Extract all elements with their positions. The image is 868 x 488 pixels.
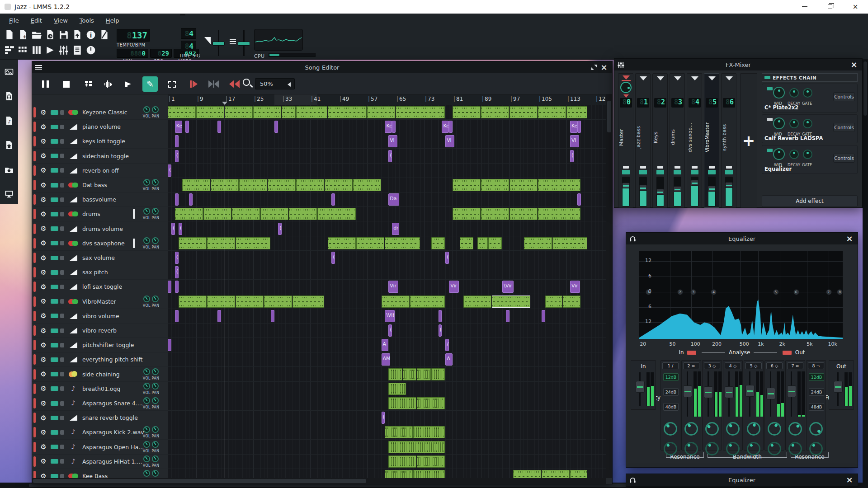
- automation-pattern[interactable]: Ke: [442, 121, 449, 133]
- track-header-side-chaining[interactable]: ⚙side chainingVOL PAN: [32, 367, 168, 381]
- automation-editor-toggle-icon[interactable]: [44, 44, 56, 56]
- channel-led[interactable]: [726, 166, 732, 169]
- track-header-asparagus-open-ha-[interactable]: ⚙♪Asparagus Open Ha...VOL PAN: [32, 440, 168, 454]
- band-frequency-knob[interactable]: [809, 422, 823, 436]
- automation-pattern[interactable]: Vir: [388, 281, 398, 293]
- track-gear-icon[interactable]: ⚙: [39, 152, 48, 160]
- pattern-segment[interactable]: [388, 397, 416, 409]
- eq-in-fader[interactable]: [636, 372, 645, 406]
- track-lane[interactable]: [168, 469, 606, 478]
- slope-12dB-button[interactable]: 12dB: [809, 373, 824, 381]
- track-lane[interactable]: [168, 455, 606, 469]
- eq-band-header-8[interactable]: 8 ¬: [808, 362, 824, 369]
- menu-edit[interactable]: Edit: [25, 15, 47, 26]
- pattern-segment[interactable]: [225, 106, 253, 118]
- track-header-piano-volume[interactable]: ⚙piano volume: [32, 120, 168, 134]
- volume-knob[interactable]: [143, 106, 150, 113]
- analyse-in-led[interactable]: [687, 351, 696, 355]
- fx-channel-drums[interactable]: 83drums: [670, 73, 685, 208]
- pattern-segment[interactable]: [413, 426, 445, 438]
- band-gain-fader[interactable]: [745, 371, 755, 417]
- track-header-kee-bass[interactable]: ⚙Kee BassVOL PAN: [32, 469, 168, 478]
- track-gear-icon[interactable]: ⚙: [39, 457, 48, 465]
- track-gear-icon[interactable]: ⚙: [39, 196, 48, 204]
- pattern-segment[interactable]: [236, 237, 271, 249]
- menu-tools[interactable]: Tools: [74, 15, 99, 26]
- pattern-segment[interactable]: [207, 237, 235, 249]
- mute-led[interactable]: [51, 270, 58, 275]
- mute-led[interactable]: [51, 139, 58, 144]
- sidebar-home-icon[interactable]: [3, 139, 15, 151]
- automation-pattern[interactable]: (: [331, 252, 335, 264]
- automation-pattern[interactable]: (: [179, 223, 182, 235]
- track-grip[interactable]: [33, 340, 36, 350]
- track-lane[interactable]: [168, 367, 606, 381]
- window-menu-icon[interactable]: [35, 65, 42, 70]
- pattern-segment[interactable]: [513, 470, 541, 478]
- automation-pattern[interactable]: Ke: [175, 121, 182, 133]
- band-frequency-knob[interactable]: [747, 422, 760, 436]
- channel-mute-led[interactable]: [622, 170, 630, 174]
- track-grip[interactable]: [33, 354, 36, 365]
- track-header-bassvolume[interactable]: ⚙bassvolume: [32, 192, 168, 206]
- pattern-segment[interactable]: [268, 179, 296, 191]
- volume-knob[interactable]: [143, 179, 150, 186]
- automation-pattern[interactable]: (: [439, 324, 442, 337]
- automation-pattern[interactable]: \Vir: [502, 281, 514, 293]
- solo-led[interactable]: [60, 386, 64, 391]
- track-gear-icon[interactable]: ⚙: [39, 210, 48, 218]
- pattern-segment[interactable]: [563, 296, 580, 308]
- band-gain-fader[interactable]: [725, 371, 734, 417]
- zoom-level-dropdown[interactable]: 50%: [255, 78, 295, 89]
- channel-send-arrow[interactable]: [708, 76, 716, 80]
- pattern-segment[interactable]: [382, 296, 410, 308]
- play-pause-button[interactable]: [38, 76, 53, 92]
- channel-led[interactable]: [640, 166, 646, 169]
- channel-mute-led[interactable]: [691, 170, 698, 174]
- add-automation-track-button[interactable]: [121, 76, 136, 92]
- track-header-snare-reverb-toggle[interactable]: ⚙snare reverb toggle: [32, 411, 168, 425]
- pattern-segment[interactable]: [488, 237, 502, 249]
- fx-channel-master[interactable]: 80Master: [618, 73, 633, 208]
- pattern-segment[interactable]: [296, 106, 328, 118]
- pattern-segment[interactable]: [431, 237, 445, 249]
- eq-band-handle-2[interactable]: 2: [677, 289, 683, 295]
- channel-fader[interactable]: [622, 177, 630, 206]
- automation-pattern[interactable]: Ke: [570, 121, 577, 133]
- automation-pattern[interactable]: (: [175, 150, 179, 162]
- decay-knob[interactable]: [789, 88, 799, 98]
- channel-led[interactable]: [675, 166, 680, 169]
- wet-dry-knob[interactable]: [773, 148, 785, 160]
- slope-12dB-button[interactable]: 12dB: [663, 373, 679, 381]
- pattern-segment[interactable]: [282, 106, 296, 118]
- solo-led[interactable]: [60, 285, 64, 289]
- channel-send-arrow[interactable]: [691, 76, 698, 80]
- band-frequency-knob[interactable]: [726, 422, 740, 436]
- pattern-segment[interactable]: [182, 179, 210, 191]
- automation-pattern[interactable]: [439, 310, 442, 322]
- track-gear-icon[interactable]: ⚙: [39, 312, 48, 320]
- band-frequency-knob[interactable]: [788, 422, 802, 436]
- automation-pattern[interactable]: [168, 281, 171, 293]
- add-effect-button[interactable]: Add effect: [762, 195, 858, 207]
- track-lane[interactable]: KeKeKeKe: [168, 120, 606, 134]
- band-gain-fader[interactable]: [766, 371, 775, 417]
- mute-led[interactable]: [51, 314, 58, 318]
- volume-knob[interactable]: [143, 383, 150, 389]
- automation-pattern[interactable]: (: [445, 252, 449, 264]
- automation-pattern[interactable]: [392, 121, 396, 133]
- pattern-segment[interactable]: [538, 179, 580, 191]
- pattern-segment[interactable]: [481, 208, 509, 220]
- pattern-segment[interactable]: [239, 179, 267, 191]
- automation-pattern[interactable]: [542, 310, 545, 322]
- fx-channel-vibromaster[interactable]: 85VibroMaster: [704, 73, 719, 208]
- automation-pattern[interactable]: Vi: [388, 135, 397, 147]
- master-volume-slider[interactable]: [218, 30, 219, 56]
- track-lane[interactable]: ((: [168, 324, 606, 338]
- track-header-sax-pitch[interactable]: ⚙sax pitch: [32, 265, 168, 279]
- band-frequency-knob[interactable]: [768, 422, 781, 436]
- pattern-segment[interactable]: [552, 237, 588, 249]
- pan-knob[interactable]: [152, 455, 159, 462]
- fx-channel-dvs-saxop-[interactable]: 84dvs saxop...: [687, 73, 702, 208]
- channel-fader[interactable]: [639, 177, 647, 206]
